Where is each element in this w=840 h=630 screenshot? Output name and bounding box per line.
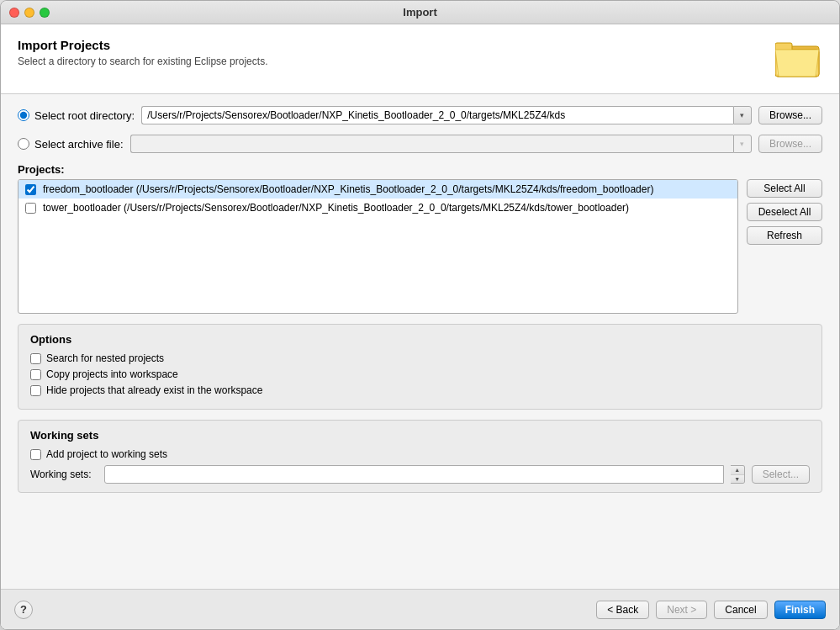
copy-projects-row[interactable]: Copy projects into workspace: [30, 368, 810, 380]
project-1-checkbox[interactable]: [25, 184, 36, 195]
titlebar: Import: [1, 1, 839, 24]
copy-projects-label: Copy projects into workspace: [46, 368, 178, 380]
close-button[interactable]: [9, 8, 19, 18]
root-directory-radio-label[interactable]: Select root directory:: [18, 109, 135, 122]
add-working-sets-row[interactable]: Add project to working sets: [30, 448, 810, 460]
help-button[interactable]: ?: [14, 601, 33, 619]
svg-marker-4: [775, 50, 819, 77]
options-title: Options: [30, 333, 810, 346]
archive-file-radio-label[interactable]: Select archive file:: [18, 138, 124, 151]
traffic-lights: [9, 8, 50, 18]
dialog-subtitle: Select a directory to search for existin…: [18, 56, 267, 67]
nested-projects-row[interactable]: Search for nested projects: [30, 352, 810, 364]
hide-projects-row[interactable]: Hide projects that already exist in the …: [30, 384, 810, 396]
projects-section: Projects: freedom_bootloader (/Users/r/P…: [18, 163, 822, 314]
deselect-all-button[interactable]: Deselect All: [747, 203, 822, 221]
add-working-sets-checkbox[interactable]: [30, 449, 41, 460]
archive-file-input[interactable]: [130, 135, 733, 153]
archive-browse-button[interactable]: Browse...: [758, 135, 822, 153]
select-all-button[interactable]: Select All: [747, 179, 822, 198]
nested-projects-checkbox[interactable]: [30, 353, 41, 364]
stepper-up-button[interactable]: ▲: [731, 466, 744, 475]
root-directory-dropdown[interactable]: ▾: [733, 106, 752, 124]
root-directory-input[interactable]: [141, 106, 733, 124]
root-directory-radio[interactable]: [18, 109, 29, 121]
project-1-label: freedom_bootloader (/Users/r/Projects/Se…: [43, 183, 653, 195]
projects-label: Projects:: [18, 163, 822, 176]
archive-file-label: Select archive file:: [34, 138, 124, 151]
header-text: Import Projects Select a directory to se…: [18, 38, 267, 67]
add-working-sets-label: Add project to working sets: [46, 448, 167, 460]
back-button[interactable]: < Back: [596, 601, 649, 619]
working-sets-title: Working sets: [30, 429, 810, 442]
window-title: Import: [403, 6, 436, 19]
root-directory-row: Select root directory: ▾ Browse...: [18, 106, 822, 124]
maximize-button[interactable]: [40, 8, 50, 18]
archive-file-radio[interactable]: [18, 138, 29, 150]
footer: ? < Back Next > Cancel Finish: [1, 589, 839, 629]
root-directory-label: Select root directory:: [34, 109, 135, 122]
working-sets-row: Working sets: ▲ ▼ Select...: [30, 465, 810, 484]
folder-icon: [775, 38, 822, 80]
archive-file-row: Select archive file: ▾ Browse...: [18, 135, 822, 153]
working-sets-select-button[interactable]: Select...: [752, 465, 810, 484]
refresh-button[interactable]: Refresh: [747, 226, 822, 245]
options-section: Options Search for nested projects Copy …: [18, 324, 822, 410]
dialog-title: Import Projects: [18, 38, 267, 52]
projects-area: freedom_bootloader (/Users/r/Projects/Se…: [18, 179, 822, 314]
working-sets-section: Working sets Add project to working sets…: [18, 420, 822, 493]
working-sets-input[interactable]: [104, 465, 724, 484]
root-directory-input-wrapper: ▾: [141, 106, 752, 124]
list-item[interactable]: tower_bootloader (/Users/r/Projects/Sens…: [18, 199, 737, 217]
stepper-arrows: ▲ ▼: [731, 465, 745, 484]
footer-left: ?: [14, 601, 33, 619]
project-2-label: tower_bootloader (/Users/r/Projects/Sens…: [43, 202, 629, 214]
main-body: Select root directory: ▾ Browse... Selec…: [1, 94, 839, 589]
archive-dropdown[interactable]: ▾: [733, 135, 752, 153]
finish-button[interactable]: Finish: [774, 601, 826, 619]
header-section: Import Projects Select a directory to se…: [1, 24, 839, 94]
minimize-button[interactable]: [24, 8, 34, 18]
root-browse-button[interactable]: Browse...: [758, 106, 822, 124]
projects-list: freedom_bootloader (/Users/r/Projects/Se…: [18, 179, 738, 314]
nested-projects-label: Search for nested projects: [46, 352, 164, 364]
hide-projects-label: Hide projects that already exist in the …: [46, 384, 262, 396]
working-sets-label: Working sets:: [30, 469, 98, 480]
next-button[interactable]: Next >: [656, 601, 707, 619]
dialog-content: Import Projects Select a directory to se…: [1, 24, 839, 629]
footer-right: < Back Next > Cancel Finish: [596, 601, 826, 619]
project-2-checkbox[interactable]: [25, 203, 36, 214]
hide-projects-checkbox[interactable]: [30, 385, 41, 396]
stepper-down-button[interactable]: ▼: [731, 475, 744, 484]
copy-projects-checkbox[interactable]: [30, 369, 41, 380]
archive-file-input-wrapper: ▾: [130, 135, 752, 153]
import-dialog: Import Import Projects Select a director…: [0, 0, 840, 630]
cancel-button[interactable]: Cancel: [714, 601, 767, 619]
list-item[interactable]: freedom_bootloader (/Users/r/Projects/Se…: [18, 180, 737, 199]
projects-buttons: Select All Deselect All Refresh: [747, 179, 822, 314]
